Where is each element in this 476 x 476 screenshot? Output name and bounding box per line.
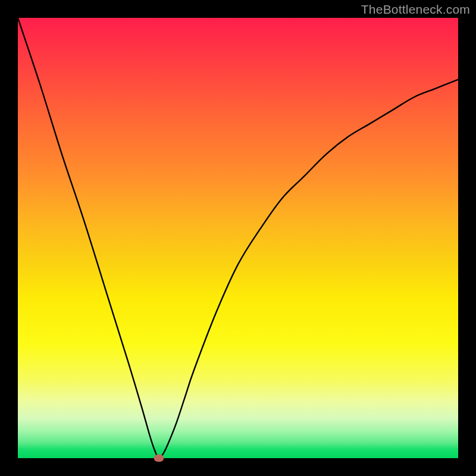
minimum-marker — [154, 455, 164, 462]
plot-area — [18, 18, 458, 458]
watermark-text: TheBottleneck.com — [361, 2, 470, 17]
chart-frame: TheBottleneck.com — [0, 0, 476, 476]
bottleneck-curve — [18, 18, 458, 458]
curve-svg — [18, 18, 458, 458]
